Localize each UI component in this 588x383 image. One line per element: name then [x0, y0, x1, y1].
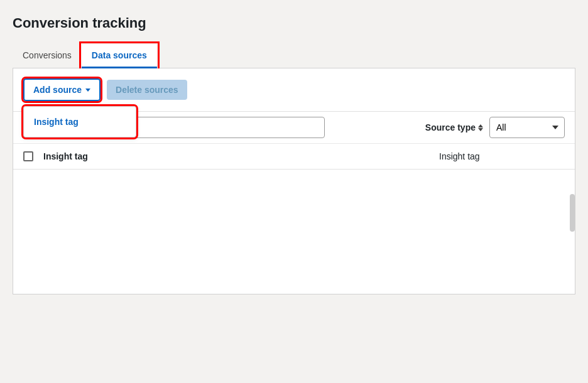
- sort-icon: [478, 124, 483, 131]
- add-source-label: Add source: [33, 85, 82, 95]
- add-source-button[interactable]: Add source: [23, 78, 101, 101]
- tab-conversions[interactable]: Conversions: [13, 44, 82, 68]
- toolbar: Add source Delete sources Insight tag: [13, 78, 575, 111]
- chevron-down-icon: [85, 89, 90, 92]
- source-type-label: Source type: [425, 122, 483, 132]
- delete-sources-button[interactable]: Delete sources: [107, 80, 187, 100]
- row-name: Insight tag: [43, 151, 429, 161]
- tab-data-sources[interactable]: Data sources: [82, 44, 157, 68]
- tabs-row: Conversions Data sources: [13, 44, 575, 68]
- page-title: Conversion tracking: [13, 15, 575, 31]
- page-container: Conversion tracking Conversions Data sou…: [0, 0, 588, 383]
- dropdown-item-insight-tag[interactable]: Insight tag: [24, 111, 136, 133]
- row-checkbox[interactable]: [23, 151, 33, 161]
- scroll-indicator[interactable]: [570, 194, 575, 232]
- main-content: Add source Delete sources Insight tag So…: [13, 68, 575, 294]
- dropdown-menu: Insight tag: [23, 106, 136, 138]
- source-type-select-wrapper: All Insight tag Third-party: [489, 117, 565, 138]
- source-type-select[interactable]: All Insight tag Third-party: [489, 117, 565, 138]
- table-row: Insight tag Insight tag: [13, 143, 575, 169]
- empty-space: [13, 169, 575, 232]
- row-source-type: Insight tag: [439, 151, 565, 161]
